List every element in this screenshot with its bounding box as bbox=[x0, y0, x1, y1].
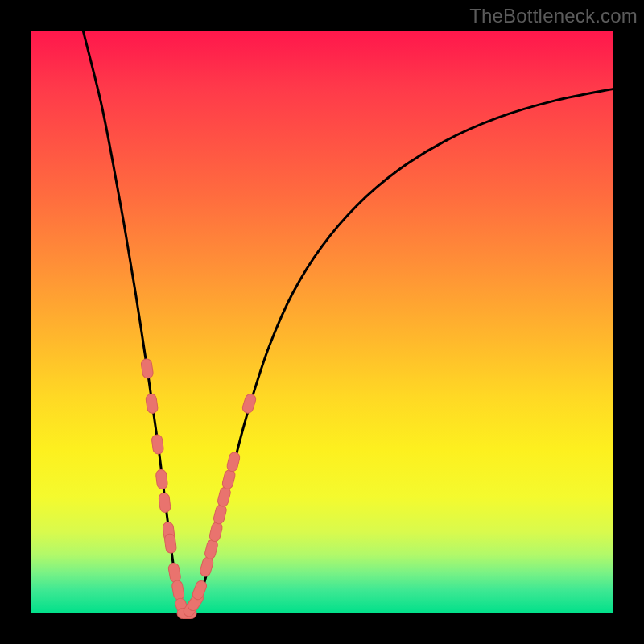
curve-marker bbox=[141, 358, 154, 379]
curve-marker bbox=[155, 469, 168, 489]
curve-marker bbox=[242, 393, 258, 415]
curve-marker bbox=[199, 556, 214, 578]
curve-marker bbox=[226, 452, 241, 473]
plot-area bbox=[31, 31, 613, 613]
watermark-text: TheBottleneck.com bbox=[469, 5, 638, 27]
curve-marker bbox=[167, 562, 181, 583]
curve-marker bbox=[221, 469, 236, 489]
chart-frame: TheBottleneck.com bbox=[0, 0, 644, 644]
bottleneck-curve bbox=[83, 31, 613, 613]
curve-marker bbox=[171, 580, 185, 601]
curve-marker bbox=[145, 394, 158, 415]
curve-marker bbox=[151, 434, 164, 455]
curve-layer bbox=[31, 31, 613, 613]
bottleneck-curve-path bbox=[83, 31, 613, 613]
curve-marker bbox=[164, 533, 177, 554]
curve-marker bbox=[217, 486, 231, 507]
curve-marker bbox=[191, 579, 208, 601]
curve-marker bbox=[208, 521, 223, 542]
curve-marker bbox=[204, 539, 218, 559]
curve-marker bbox=[159, 493, 171, 513]
highlighted-points bbox=[141, 358, 258, 618]
curve-marker bbox=[213, 504, 227, 525]
